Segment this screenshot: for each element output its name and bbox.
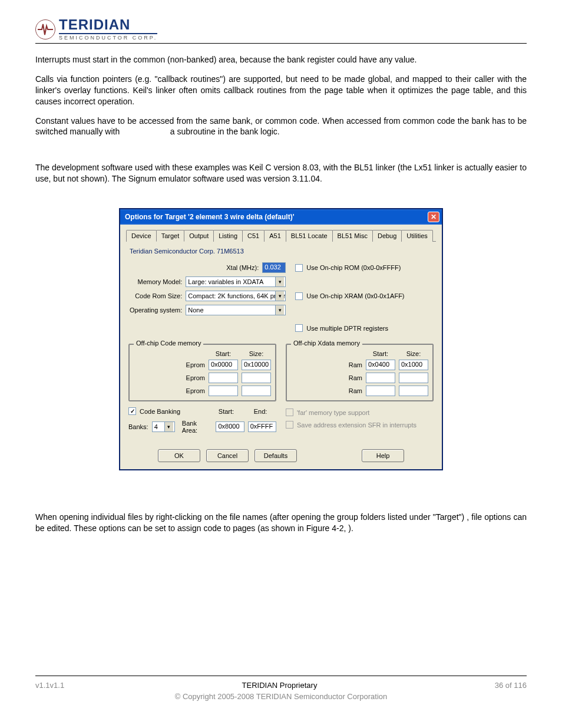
- options-dialog: Options for Target '2 element 3 wire del…: [119, 208, 443, 470]
- size-header-code: Size:: [242, 350, 271, 357]
- paragraph-4: The development software used with these…: [35, 162, 527, 185]
- header-rule: [35, 43, 527, 44]
- paragraph-2: Calls via function pointers (e.g. "callb…: [35, 74, 527, 107]
- ram-start-1[interactable]: 0x0400: [366, 360, 395, 370]
- logo-icon: [35, 19, 55, 39]
- eprom-label-2: Eprom: [186, 374, 205, 381]
- save-addr-checkbox: [286, 421, 293, 429]
- eprom-size-3[interactable]: [242, 386, 271, 396]
- ram-label-1: Ram: [349, 361, 362, 368]
- use-multiple-dptr-label: Use multiple DPTR registers: [306, 325, 388, 332]
- logo-main-text: TERIDIAN: [59, 18, 157, 34]
- xtal-input[interactable]: 0.032: [262, 262, 286, 273]
- eprom-label-1: Eprom: [186, 361, 205, 368]
- start-header-xdata: Start:: [366, 350, 395, 357]
- eprom-start-2[interactable]: [209, 373, 238, 383]
- paragraph-3b: a subroutine in the bank logic.: [170, 127, 280, 136]
- tab-bl51-locate[interactable]: BL51 Locate: [286, 230, 333, 242]
- use-onchip-rom-label: Use On-chip ROM (0x0-0xFFFF): [306, 264, 401, 271]
- eprom-size-2[interactable]: [242, 373, 271, 383]
- use-multiple-dptr-checkbox[interactable]: [295, 324, 303, 332]
- paragraph-5: When opening individual files by right-c…: [35, 512, 527, 534]
- eprom-label-3: Eprom: [186, 387, 205, 394]
- bank-start-header: Start:: [211, 408, 241, 415]
- code-rom-size-select[interactable]: Compact: 2K functions, 64K program: [186, 291, 286, 301]
- tab-bl51-misc[interactable]: BL51 Misc: [332, 230, 373, 242]
- logo-sub-text: SEMICONDUCTOR CORP.: [59, 35, 157, 41]
- device-line: Teridian Semiconductor Corp. 71M6513: [130, 248, 436, 255]
- eprom-size-1[interactable]: 0x10000: [242, 360, 271, 370]
- bank-end-header: End:: [246, 408, 275, 415]
- paragraph-1: Interrupts must start in the common (non…: [35, 54, 527, 65]
- save-addr-label: Save address extension SFR in interrupts: [297, 421, 416, 429]
- bank-area-end[interactable]: 0xFFFF: [248, 421, 276, 432]
- offchip-code-legend: Off-chip Code memory: [134, 340, 203, 347]
- start-header-code: Start:: [209, 350, 238, 357]
- tab-device[interactable]: Device: [126, 230, 157, 242]
- memory-model-label: Memory Model:: [137, 278, 182, 285]
- footer-page-number: 36 of 116: [495, 681, 527, 690]
- code-banking-label: Code Banking: [140, 408, 180, 415]
- operating-system-select[interactable]: None: [186, 305, 286, 315]
- cancel-button[interactable]: Cancel: [206, 449, 249, 462]
- tab-target[interactable]: Target: [156, 230, 185, 242]
- ram-start-3[interactable]: [366, 386, 395, 396]
- ram-size-1[interactable]: 0x1000: [399, 360, 428, 370]
- tab-utilities[interactable]: Utilities: [401, 230, 432, 242]
- xtal-label: Xtal (MHz):: [226, 264, 259, 271]
- tab-output[interactable]: Output: [184, 230, 214, 242]
- dialog-titlebar[interactable]: Options for Target '2 element 3 wire del…: [120, 209, 442, 225]
- memory-model-select[interactable]: Large: variables in XDATA: [186, 276, 286, 287]
- ram-label-3: Ram: [349, 387, 362, 394]
- use-onchip-xram-checkbox[interactable]: [295, 292, 303, 300]
- defaults-button[interactable]: Defaults: [254, 449, 297, 462]
- help-button[interactable]: Help: [362, 449, 404, 462]
- dialog-tabs: Device Target Output Listing C51 A51 BL5…: [126, 229, 436, 242]
- offchip-xdata-legend: Off-chip Xdata memory: [291, 340, 362, 347]
- ram-label-2: Ram: [349, 374, 362, 381]
- tab-a51[interactable]: A51: [264, 230, 286, 242]
- ok-button[interactable]: OK: [158, 449, 200, 462]
- paragraph-3: Constant values have to be accessed from…: [35, 116, 527, 138]
- far-memory-checkbox: [286, 409, 293, 416]
- footer-copyright: © Copyright 2005-2008 TERIDIAN Semicondu…: [35, 692, 527, 701]
- ram-start-2[interactable]: [366, 373, 395, 383]
- bank-area-start[interactable]: 0x8000: [216, 421, 244, 432]
- eprom-start-3[interactable]: [209, 386, 238, 396]
- close-icon[interactable]: ✕: [428, 212, 439, 222]
- use-onchip-rom-checkbox[interactable]: [295, 264, 303, 272]
- tab-c51[interactable]: C51: [242, 230, 265, 242]
- far-memory-label: 'far' memory type support: [297, 409, 369, 416]
- size-header-xdata: Size:: [399, 350, 428, 357]
- footer-version: v1.1v1.1: [35, 681, 64, 690]
- page-footer: v1.1v1.1 TERIDIAN Proprietary 36 of 116 …: [35, 676, 527, 701]
- ram-size-3[interactable]: [399, 386, 428, 396]
- operating-system-label: Operating system:: [130, 307, 182, 314]
- page-header: TERIDIAN SEMICONDUCTOR CORP.: [35, 18, 527, 44]
- offchip-code-fieldset: Off-chip Code memory Start: Size: Eprom …: [128, 344, 276, 401]
- ram-size-2[interactable]: [399, 373, 428, 383]
- offchip-xdata-fieldset: Off-chip Xdata memory Start: Size: Ram 0…: [286, 344, 434, 401]
- eprom-start-1[interactable]: 0x0000: [209, 360, 238, 370]
- code-banking-checkbox[interactable]: [128, 407, 136, 415]
- tab-listing[interactable]: Listing: [213, 230, 243, 242]
- logo: TERIDIAN SEMICONDUCTOR CORP.: [35, 18, 527, 41]
- dialog-title: Options for Target '2 element 3 wire del…: [125, 213, 295, 221]
- tab-debug[interactable]: Debug: [372, 230, 402, 242]
- use-onchip-xram-label: Use On-chip XRAM (0x0-0x1AFF): [306, 292, 404, 299]
- banks-label: Banks:: [128, 423, 148, 430]
- footer-proprietary: TERIDIAN Proprietary: [64, 681, 495, 690]
- banks-select[interactable]: 4: [152, 421, 175, 432]
- bank-area-label: Bank Area:: [182, 420, 213, 434]
- paragraph-3a: Constant values have to be accessed from…: [35, 116, 527, 137]
- code-rom-size-label: Code Rom Size:: [135, 292, 182, 299]
